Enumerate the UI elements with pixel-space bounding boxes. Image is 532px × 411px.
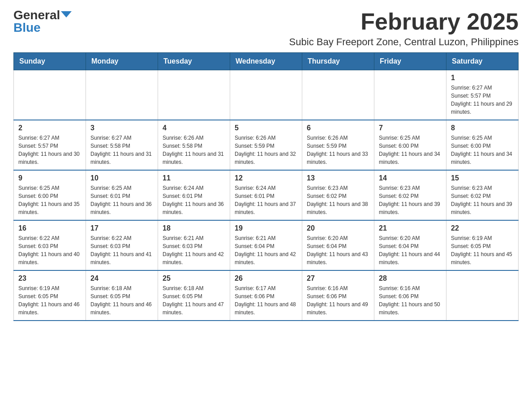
logo-blue-text: Blue [13,21,41,34]
day-info: Sunrise: 6:23 AMSunset: 6:02 PMDaylight:… [451,184,514,216]
day-info: Sunrise: 6:20 AMSunset: 6:04 PMDaylight:… [379,234,442,266]
day-number: 24 [90,274,153,283]
calendar-cell: 22Sunrise: 6:19 AMSunset: 6:05 PMDayligh… [446,220,519,270]
day-info: Sunrise: 6:22 AMSunset: 6:03 PMDaylight:… [18,234,81,266]
weekday-header-sunday: Sunday [14,53,86,70]
calendar-cell: 4Sunrise: 6:26 AMSunset: 5:58 PMDaylight… [158,120,230,170]
day-number: 25 [163,274,225,283]
calendar-cell: 13Sunrise: 6:23 AMSunset: 6:02 PMDayligh… [302,170,374,220]
day-number: 21 [379,224,442,232]
day-info: Sunrise: 6:21 AMSunset: 6:03 PMDaylight:… [163,234,225,266]
calendar-cell: 1Sunrise: 6:27 AMSunset: 5:57 PMDaylight… [446,70,519,120]
day-info: Sunrise: 6:25 AMSunset: 6:01 PMDaylight:… [90,184,153,216]
calendar-cell: 24Sunrise: 6:18 AMSunset: 6:05 PMDayligh… [86,270,158,321]
day-info: Sunrise: 6:27 AMSunset: 5:58 PMDaylight:… [90,134,153,166]
day-info: Sunrise: 6:19 AMSunset: 6:05 PMDaylight:… [451,234,514,266]
day-info: Sunrise: 6:23 AMSunset: 6:02 PMDaylight:… [307,184,369,216]
calendar-cell: 5Sunrise: 6:26 AMSunset: 5:59 PMDaylight… [230,120,302,170]
day-number: 10 [90,174,153,182]
day-info: Sunrise: 6:27 AMSunset: 5:57 PMDaylight:… [451,84,514,116]
day-number: 5 [235,124,297,132]
day-info: Sunrise: 6:24 AMSunset: 6:01 PMDaylight:… [235,184,297,216]
weekday-header-thursday: Thursday [302,53,374,70]
calendar-cell: 14Sunrise: 6:23 AMSunset: 6:02 PMDayligh… [374,170,446,220]
day-number: 7 [379,124,442,132]
calendar-cell [86,70,158,120]
day-info: Sunrise: 6:25 AMSunset: 6:00 PMDaylight:… [379,134,442,166]
day-number: 9 [18,174,81,182]
day-info: Sunrise: 6:17 AMSunset: 6:06 PMDaylight:… [235,284,297,317]
logo: General Blue [13,9,72,34]
calendar-cell: 27Sunrise: 6:16 AMSunset: 6:06 PMDayligh… [302,270,374,321]
calendar-cell [446,270,519,321]
day-info: Sunrise: 6:18 AMSunset: 6:05 PMDaylight:… [90,284,153,317]
day-number: 1 [451,74,514,82]
calendar-cell: 18Sunrise: 6:21 AMSunset: 6:03 PMDayligh… [158,220,230,270]
day-number: 17 [90,224,153,232]
day-number: 19 [235,224,297,232]
calendar-header: SundayMondayTuesdayWednesdayThursdayFrid… [14,53,519,70]
calendar-cell: 7Sunrise: 6:25 AMSunset: 6:00 PMDaylight… [374,120,446,170]
day-info: Sunrise: 6:16 AMSunset: 6:06 PMDaylight:… [379,284,442,317]
weekday-header-saturday: Saturday [446,53,519,70]
day-info: Sunrise: 6:26 AMSunset: 5:59 PMDaylight:… [307,134,369,166]
day-number: 13 [307,174,369,182]
day-number: 8 [451,124,514,132]
calendar-cell: 6Sunrise: 6:26 AMSunset: 5:59 PMDaylight… [302,120,374,170]
day-info: Sunrise: 6:20 AMSunset: 6:04 PMDaylight:… [307,234,369,266]
weekday-header-tuesday: Tuesday [158,53,230,70]
day-number: 12 [235,174,297,182]
logo-triangle-icon [61,11,72,17]
day-number: 6 [307,124,369,132]
weekday-header-friday: Friday [374,53,446,70]
day-info: Sunrise: 6:16 AMSunset: 6:06 PMDaylight:… [307,284,369,317]
day-number: 11 [163,174,225,182]
calendar-week-5: 23Sunrise: 6:19 AMSunset: 6:05 PMDayligh… [14,270,519,321]
calendar-cell: 23Sunrise: 6:19 AMSunset: 6:05 PMDayligh… [14,270,86,321]
calendar-cell [14,70,86,120]
calendar-cell: 8Sunrise: 6:25 AMSunset: 6:00 PMDaylight… [446,120,519,170]
calendar-title: February 2025 [289,9,519,34]
calendar-body: 1Sunrise: 6:27 AMSunset: 5:57 PMDaylight… [14,70,519,321]
calendar-cell: 9Sunrise: 6:25 AMSunset: 6:00 PMDaylight… [14,170,86,220]
day-number: 18 [163,224,225,232]
day-number: 2 [18,124,81,132]
logo-general-text: General [13,9,60,21]
day-number: 16 [18,224,81,232]
calendar-cell: 21Sunrise: 6:20 AMSunset: 6:04 PMDayligh… [374,220,446,270]
day-info: Sunrise: 6:19 AMSunset: 6:05 PMDaylight:… [18,284,81,317]
day-info: Sunrise: 6:23 AMSunset: 6:02 PMDaylight:… [379,184,442,216]
day-info: Sunrise: 6:21 AMSunset: 6:04 PMDaylight:… [235,234,297,266]
calendar-week-1: 1Sunrise: 6:27 AMSunset: 5:57 PMDaylight… [14,70,519,120]
title-section: February 2025 Subic Bay Freeport Zone, C… [289,9,519,48]
day-info: Sunrise: 6:26 AMSunset: 5:59 PMDaylight:… [235,134,297,166]
day-info: Sunrise: 6:25 AMSunset: 6:00 PMDaylight:… [18,184,81,216]
day-info: Sunrise: 6:25 AMSunset: 6:00 PMDaylight:… [451,134,514,166]
calendar-cell: 25Sunrise: 6:18 AMSunset: 6:05 PMDayligh… [158,270,230,321]
calendar-cell [302,70,374,120]
weekday-header-monday: Monday [86,53,158,70]
day-number: 15 [451,174,514,182]
day-info: Sunrise: 6:24 AMSunset: 6:01 PMDaylight:… [163,184,225,216]
calendar-cell: 15Sunrise: 6:23 AMSunset: 6:02 PMDayligh… [446,170,519,220]
calendar-cell: 17Sunrise: 6:22 AMSunset: 6:03 PMDayligh… [86,220,158,270]
calendar-cell: 3Sunrise: 6:27 AMSunset: 5:58 PMDaylight… [86,120,158,170]
calendar-cell: 28Sunrise: 6:16 AMSunset: 6:06 PMDayligh… [374,270,446,321]
day-number: 22 [451,224,514,232]
day-number: 26 [235,274,297,283]
day-info: Sunrise: 6:27 AMSunset: 5:57 PMDaylight:… [18,134,81,166]
calendar-week-3: 9Sunrise: 6:25 AMSunset: 6:00 PMDaylight… [14,170,519,220]
day-info: Sunrise: 6:18 AMSunset: 6:05 PMDaylight:… [163,284,225,317]
day-info: Sunrise: 6:22 AMSunset: 6:03 PMDaylight:… [90,234,153,266]
day-info: Sunrise: 6:26 AMSunset: 5:58 PMDaylight:… [163,134,225,166]
calendar-table: SundayMondayTuesdayWednesdayThursdayFrid… [13,52,519,321]
calendar-week-4: 16Sunrise: 6:22 AMSunset: 6:03 PMDayligh… [14,220,519,270]
calendar-cell: 26Sunrise: 6:17 AMSunset: 6:06 PMDayligh… [230,270,302,321]
calendar-cell [374,70,446,120]
calendar-cell [230,70,302,120]
day-number: 23 [18,274,81,283]
day-number: 27 [307,274,369,283]
day-number: 14 [379,174,442,182]
calendar-cell: 10Sunrise: 6:25 AMSunset: 6:01 PMDayligh… [86,170,158,220]
calendar-cell: 12Sunrise: 6:24 AMSunset: 6:01 PMDayligh… [230,170,302,220]
